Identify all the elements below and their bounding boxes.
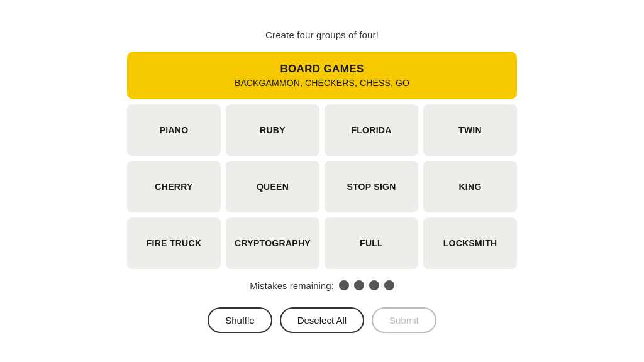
- grid-cell-king[interactable]: KING: [423, 161, 517, 212]
- grid-cell-full[interactable]: FULL: [325, 217, 418, 269]
- submit-button[interactable]: Submit: [372, 307, 436, 333]
- mistake-dot-2: [354, 280, 364, 290]
- grid-cell-queen[interactable]: QUEEN: [226, 161, 319, 212]
- deselect-all-button[interactable]: Deselect All: [280, 307, 364, 333]
- grid-cell-stop-sign[interactable]: STOP SIGN: [325, 161, 418, 212]
- mistakes-row: Mistakes remaining:: [127, 280, 517, 291]
- mistakes-label: Mistakes remaining:: [250, 280, 333, 291]
- buttons-row: Shuffle Deselect All Submit: [127, 307, 517, 333]
- mistake-dot-3: [369, 280, 379, 290]
- subtitle: Create four groups of four!: [265, 30, 379, 40]
- page-wrapper: Create four groups of four! BOARD GAMES …: [0, 17, 644, 346]
- grid-cell-locksmith[interactable]: LOCKSMITH: [423, 217, 517, 269]
- grid-cell-fire-truck[interactable]: FIRE TRUCK: [127, 217, 221, 269]
- game-container: BOARD GAMES BACKGAMMON, CHECKERS, CHESS,…: [127, 52, 517, 333]
- shuffle-button[interactable]: Shuffle: [208, 307, 272, 333]
- category-items: BACKGAMMON, CHECKERS, CHESS, GO: [140, 78, 504, 88]
- mistake-dot-1: [339, 280, 349, 290]
- mistake-dot-4: [384, 280, 394, 290]
- grid-cell-ruby[interactable]: RUBY: [226, 104, 319, 156]
- category-title: BOARD GAMES: [140, 63, 504, 75]
- word-grid: PIANO RUBY FLORIDA TWIN CHERRY QUEEN STO…: [127, 104, 517, 269]
- grid-cell-twin[interactable]: TWIN: [423, 104, 517, 156]
- grid-cell-cherry[interactable]: CHERRY: [127, 161, 221, 212]
- solved-category-board-games: BOARD GAMES BACKGAMMON, CHECKERS, CHESS,…: [127, 52, 517, 99]
- grid-cell-cryptography[interactable]: CRYPTOGRAPHY: [226, 217, 319, 269]
- grid-cell-florida[interactable]: FLORIDA: [325, 104, 418, 156]
- grid-cell-piano[interactable]: PIANO: [127, 104, 221, 156]
